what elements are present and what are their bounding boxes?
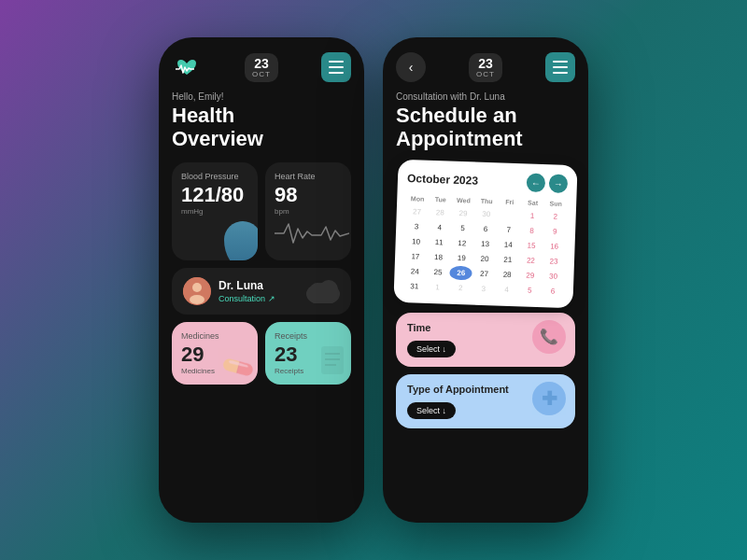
heart-rate-wave bbox=[275, 219, 342, 251]
cal-day[interactable]: 30 bbox=[542, 269, 564, 284]
cal-day[interactable]: 7 bbox=[498, 222, 520, 237]
menu-line-2 bbox=[329, 66, 344, 68]
cal-day[interactable]: 11 bbox=[428, 234, 450, 249]
top-bar-left: 23 OCT bbox=[172, 52, 351, 82]
menu-button-left[interactable] bbox=[321, 52, 351, 82]
cal-day[interactable]: 10 bbox=[404, 234, 427, 249]
doctor-avatar bbox=[183, 277, 211, 305]
cal-day[interactable]: 18 bbox=[428, 249, 450, 264]
cal-day[interactable]: 20 bbox=[473, 251, 496, 266]
top-bar-right: ‹ 23 OCT bbox=[396, 52, 575, 82]
cal-day[interactable]: 2 bbox=[449, 280, 472, 295]
cal-day[interactable]: 15 bbox=[520, 238, 543, 253]
medical-cross-icon: ✚ bbox=[532, 382, 566, 415]
appointment-type-section: Type of Appointment Select ↓ ✚ bbox=[396, 374, 575, 428]
cal-day[interactable]: 23 bbox=[543, 254, 565, 269]
greeting-text-left: Hello, Emily! bbox=[172, 91, 351, 102]
menu-line-r2 bbox=[553, 66, 568, 68]
cal-day[interactable]: 28 bbox=[429, 204, 451, 219]
cal-day[interactable]: 2 bbox=[544, 209, 567, 224]
menu-button-right[interactable] bbox=[545, 52, 575, 82]
cal-day[interactable]: 16 bbox=[543, 239, 566, 254]
cal-day[interactable]: 9 bbox=[543, 224, 566, 239]
cal-day[interactable]: 13 bbox=[474, 236, 497, 251]
calendar-card: October 2023 ← → Mon Tue Wed Thu Fri Sat… bbox=[393, 159, 577, 308]
cal-day[interactable]: 27 bbox=[406, 204, 429, 219]
cal-day[interactable]: 25 bbox=[427, 264, 449, 279]
water-drop-icon bbox=[224, 221, 258, 260]
date-badge-left: 23 OCT bbox=[245, 53, 278, 82]
cal-day[interactable]: 22 bbox=[519, 253, 542, 268]
cal-day[interactable]: 31 bbox=[403, 279, 426, 294]
cloud-icon bbox=[304, 275, 342, 307]
cal-day[interactable]: 6 bbox=[474, 221, 497, 236]
cal-day[interactable]: 12 bbox=[451, 235, 473, 250]
date-badge-right: 23 OCT bbox=[469, 53, 502, 82]
svg-point-1 bbox=[192, 283, 202, 292]
cal-day[interactable]: 14 bbox=[497, 237, 519, 252]
health-overview-phone: 23 OCT Hello, Emily! Health Overview Blo… bbox=[159, 37, 364, 523]
back-button[interactable]: ‹ bbox=[396, 52, 426, 82]
cal-day[interactable] bbox=[498, 207, 520, 222]
stats-cards-grid: Blood Pressure 121/80 mmHg Heart Rate 98… bbox=[172, 162, 351, 260]
cal-day[interactable]: 4 bbox=[496, 282, 518, 297]
svg-point-5 bbox=[319, 280, 338, 299]
heart-monitor-icon bbox=[172, 52, 202, 82]
schedule-appointment-phone: ‹ 23 OCT Consultation with Dr. Luna Sche… bbox=[383, 37, 588, 523]
blood-pressure-card: Blood Pressure 121/80 mmHg bbox=[172, 162, 258, 260]
page-title-left: Health Overview bbox=[172, 104, 351, 151]
cal-day[interactable]: 29 bbox=[519, 268, 542, 283]
receipt-icon bbox=[319, 344, 345, 381]
bottom-cards-grid: Medicines 29 Medicines 💊 Receipts 23 Rec… bbox=[172, 322, 351, 385]
cal-day[interactable]: 27 bbox=[472, 266, 495, 281]
cal-day[interactable]: 17 bbox=[404, 249, 427, 264]
cal-day[interactable]: 3 bbox=[405, 219, 428, 234]
cal-day[interactable]: 1 bbox=[521, 208, 543, 223]
medicines-card: Medicines 29 Medicines 💊 bbox=[172, 322, 258, 385]
menu-line-1 bbox=[329, 61, 344, 63]
time-select-button[interactable]: Select ↓ bbox=[407, 341, 456, 357]
cal-day[interactable]: 21 bbox=[497, 252, 519, 267]
cal-day[interactable]: 24 bbox=[403, 264, 426, 279]
page-title-right: Schedule an Appointment bbox=[396, 104, 575, 151]
greeting-text-right: Consultation with Dr. Luna bbox=[396, 91, 575, 102]
menu-line-3 bbox=[329, 72, 344, 74]
phone-call-icon: 📞 bbox=[532, 320, 566, 354]
cal-day-today[interactable]: 26 bbox=[450, 265, 472, 280]
svg-point-2 bbox=[190, 295, 204, 304]
appointment-select-button[interactable]: Select ↓ bbox=[407, 402, 456, 419]
cal-day[interactable]: 5 bbox=[451, 220, 473, 235]
cal-day[interactable]: 19 bbox=[450, 250, 472, 265]
calendar-next-button[interactable]: → bbox=[549, 174, 569, 193]
cal-day[interactable]: 28 bbox=[496, 267, 518, 282]
cal-day[interactable]: 4 bbox=[429, 219, 451, 234]
cal-day[interactable]: 6 bbox=[542, 284, 564, 299]
heart-rate-card: Heart Rate 98 bpm bbox=[265, 162, 351, 260]
calendar-nav: ← → bbox=[527, 173, 569, 193]
menu-line-r1 bbox=[553, 61, 568, 63]
cal-day[interactable]: 5 bbox=[518, 283, 541, 298]
cal-day[interactable]: 8 bbox=[520, 223, 543, 238]
calendar-grid: Mon Tue Wed Thu Fri Sat Sun 27 28 29 30 … bbox=[403, 193, 568, 299]
cal-day[interactable]: 30 bbox=[475, 206, 498, 221]
doctor-row[interactable]: Dr. Luna Consultation ↗ bbox=[172, 268, 351, 315]
receipts-card: Receipts 23 Receipts bbox=[265, 322, 351, 385]
menu-line-r3 bbox=[553, 72, 568, 74]
cal-day[interactable]: 1 bbox=[426, 279, 448, 294]
calendar-prev-button[interactable]: ← bbox=[527, 173, 546, 192]
calendar-header: October 2023 ← → bbox=[407, 169, 569, 193]
cal-day[interactable]: 29 bbox=[452, 205, 474, 220]
cal-day[interactable]: 3 bbox=[472, 281, 495, 296]
time-section: Time Select ↓ 📞 bbox=[396, 313, 575, 367]
